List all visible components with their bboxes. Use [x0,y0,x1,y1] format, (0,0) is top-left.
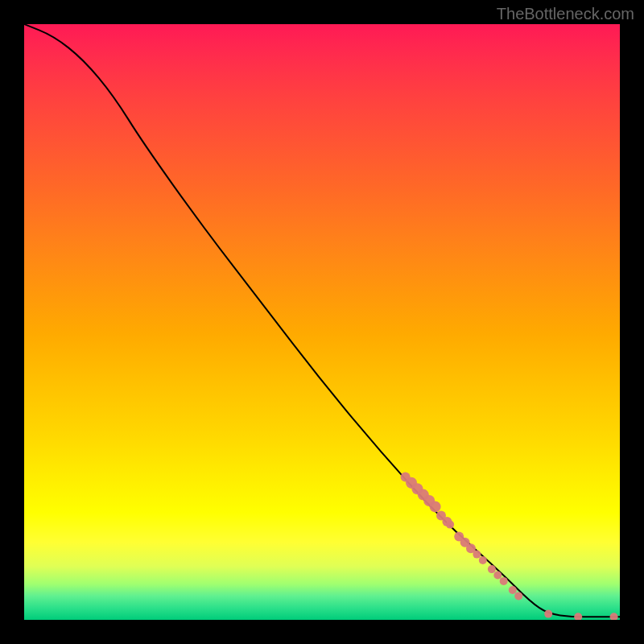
chart-data-point [544,610,552,618]
chart-svg [24,24,620,620]
chart-data-point [430,501,441,512]
chart-data-point [574,613,582,620]
chart-data-point [514,592,522,600]
chart-data-point [610,613,618,620]
watermark-text: TheBottleneck.com [497,5,634,23]
chart-data-point [473,551,481,559]
chart-data-point [509,586,517,594]
chart-data-point [488,565,496,573]
chart-points-group [401,472,618,620]
chart-curve [24,24,620,617]
chart-data-point [493,572,502,580]
chart-data-point [446,521,454,529]
chart-data-point [500,577,508,585]
chart-data-point [479,556,487,564]
chart-plot-area [24,24,620,620]
